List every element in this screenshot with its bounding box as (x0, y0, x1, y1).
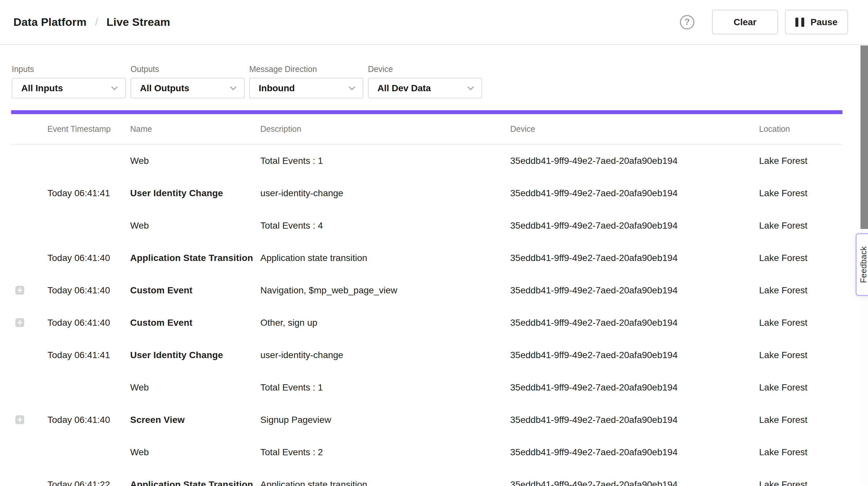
cell-device: 35eddb41-9ff9-49e2-7aed-20afa90eb194 (510, 285, 759, 296)
filter-device-label: Device (368, 64, 482, 74)
cell-event-timestamp: Today 06:41:40 (48, 253, 130, 263)
cell-device: 35eddb41-9ff9-49e2-7aed-20afa90eb194 (510, 156, 759, 166)
feedback-tab[interactable]: Feedback (856, 233, 868, 296)
cell-description: Application state transition (260, 480, 510, 486)
cell-expand: + (11, 156, 48, 165)
cell-location: Lake Forest (759, 317, 842, 328)
column-description: Description (260, 124, 510, 134)
table-row: + Web Total Events : 2 35eddb41-9ff9-49e… (11, 436, 842, 468)
cell-expand: + (11, 480, 48, 486)
cell-event-timestamp: Today 06:41:22 (48, 480, 130, 486)
cell-description: Navigation, $mp_web_page_view (260, 285, 510, 296)
header-actions: ? Clear Pause (680, 10, 848, 34)
cell-location: Lake Forest (759, 415, 842, 425)
cell-name: Application State Transition (130, 253, 260, 263)
cell-name: Screen View (130, 415, 260, 425)
plus-icon: + (17, 318, 23, 326)
question-mark-glyph: ? (684, 17, 690, 27)
cell-expand: + (11, 189, 48, 198)
cell-description: user-identity-change (260, 350, 510, 360)
breadcrumb: Data Platform / Live Stream (13, 16, 170, 28)
live-stream-table: Event Timestamp Name Description Device … (0, 114, 868, 486)
cell-event-timestamp: Today 06:41:40 (48, 317, 130, 328)
cell-location: Lake Forest (759, 480, 842, 486)
cell-expand: + (11, 253, 48, 262)
cell-name: Application State Transition (130, 480, 260, 486)
chevron-down-icon (110, 83, 119, 93)
cell-description: Total Events : 2 (260, 447, 510, 458)
cell-device: 35eddb41-9ff9-49e2-7aed-20afa90eb194 (510, 317, 759, 328)
filter-message-direction-select[interactable]: Inbound (249, 78, 363, 98)
table-row: + Today 06:41:40 Custom Event Navigation… (11, 274, 842, 306)
accent-divider-bar (11, 110, 842, 114)
table-row: + Today 06:41:40 Application State Trans… (11, 242, 842, 274)
cell-event-timestamp: Today 06:41:41 (48, 350, 130, 360)
cell-device: 35eddb41-9ff9-49e2-7aed-20afa90eb194 (510, 350, 759, 360)
clear-button-label: Clear (734, 17, 756, 28)
pause-button-label: Pause (810, 17, 838, 28)
table-body: + Web Total Events : 1 35eddb41-9ff9-49e… (0, 145, 868, 486)
cell-name: User Identity Change (130, 350, 260, 360)
filter-outputs-select[interactable]: All Outputs (130, 78, 245, 98)
filter-bar: Inputs All Inputs Outputs All Outputs Me… (0, 45, 868, 98)
filter-device: Device All Dev Data (368, 64, 482, 98)
app-header: Data Platform / Live Stream ? Clear Paus… (0, 0, 868, 45)
scrollbar-thumb[interactable] (861, 45, 868, 229)
filter-inputs-select[interactable]: All Inputs (12, 78, 126, 98)
table-row: + Web Total Events : 4 35eddb41-9ff9-49e… (11, 209, 842, 242)
cell-device: 35eddb41-9ff9-49e2-7aed-20afa90eb194 (510, 415, 759, 425)
filter-message-direction-value: Inbound (259, 83, 295, 94)
cell-description: Total Events : 1 (260, 382, 510, 393)
cell-description: user-identity-change (260, 188, 510, 199)
cell-device: 35eddb41-9ff9-49e2-7aed-20afa90eb194 (510, 220, 759, 231)
filter-device-select[interactable]: All Dev Data (368, 78, 482, 98)
column-location: Location (759, 124, 842, 134)
expand-row-button[interactable]: + (16, 286, 24, 295)
column-name: Name (130, 124, 260, 134)
cell-name: Web (130, 447, 260, 458)
feedback-tab-label: Feedback (859, 246, 868, 283)
cell-name: Custom Event (130, 285, 260, 296)
filter-device-value: All Dev Data (377, 83, 431, 94)
cell-location: Lake Forest (759, 350, 842, 360)
cell-location: Lake Forest (759, 156, 842, 166)
cell-expand: + (11, 286, 48, 295)
cell-location: Lake Forest (759, 188, 842, 199)
cell-device: 35eddb41-9ff9-49e2-7aed-20afa90eb194 (510, 447, 759, 458)
cell-expand: + (11, 383, 48, 392)
table-row: + Web Total Events : 1 35eddb41-9ff9-49e… (11, 371, 842, 403)
cell-device: 35eddb41-9ff9-49e2-7aed-20afa90eb194 (510, 382, 759, 393)
filter-message-direction-label: Message Direction (249, 64, 363, 74)
cell-expand: + (11, 448, 48, 457)
chevron-down-icon (228, 83, 238, 93)
breadcrumb-parent[interactable]: Data Platform (13, 16, 87, 28)
cell-expand: + (11, 221, 48, 230)
breadcrumb-current: Live Stream (106, 16, 170, 28)
cell-description: Signup Pageview (260, 415, 510, 425)
cell-name: Web (130, 382, 260, 393)
table-row: + Web Total Events : 1 35eddb41-9ff9-49e… (11, 145, 842, 177)
cell-device: 35eddb41-9ff9-49e2-7aed-20afa90eb194 (510, 480, 759, 486)
table-row: + Today 06:41:22 Application State Trans… (11, 468, 842, 486)
filter-outputs-value: All Outputs (140, 83, 189, 94)
cell-name: Web (130, 220, 260, 231)
cell-event-timestamp: Today 06:41:40 (48, 415, 130, 425)
table-row: + Today 06:41:40 Custom Event Other, sig… (11, 306, 842, 339)
table-row: + Today 06:41:41 User Identity Change us… (11, 339, 842, 371)
table-header-row: Event Timestamp Name Description Device … (11, 114, 842, 145)
help-icon[interactable]: ? (680, 15, 694, 29)
expand-row-button[interactable]: + (16, 415, 24, 424)
pause-button[interactable]: Pause (785, 10, 848, 34)
filter-inputs: Inputs All Inputs (12, 64, 126, 98)
cell-location: Lake Forest (759, 220, 842, 231)
filter-outputs-label: Outputs (130, 64, 245, 74)
cell-description: Other, sign up (260, 317, 510, 328)
expand-row-button[interactable]: + (16, 318, 24, 327)
column-event-timestamp: Event Timestamp (48, 124, 130, 134)
chevron-down-icon (347, 83, 357, 93)
pause-icon (796, 18, 804, 27)
cell-event-timestamp: Today 06:41:41 (48, 188, 130, 199)
cell-location: Lake Forest (759, 285, 842, 296)
clear-button[interactable]: Clear (712, 10, 778, 34)
cell-expand: + (11, 318, 48, 327)
